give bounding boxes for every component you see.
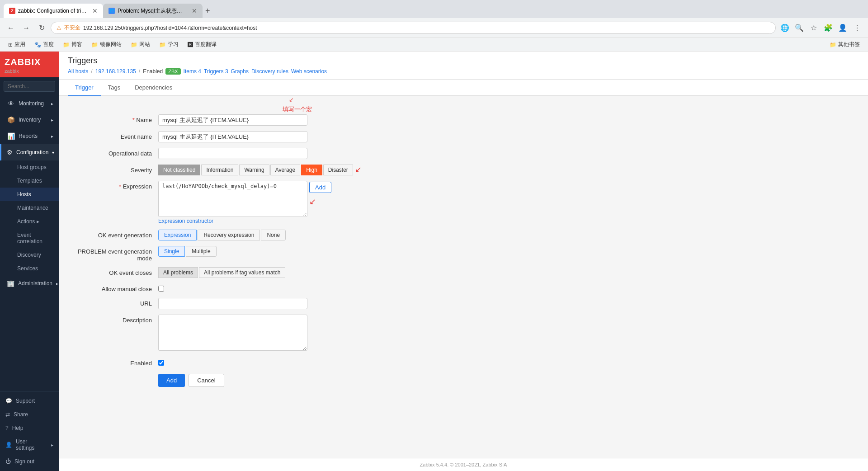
enabled-control [158, 358, 164, 366]
form-row-expression: Expression last(/HoYAPOOb/check_mysql_de… [68, 181, 859, 224]
breadcrumb-all-hosts[interactable]: All hosts [68, 68, 88, 75]
ok-event-gen-none[interactable]: None [261, 230, 286, 240]
sidebar-sub-discovery[interactable]: Discovery [0, 248, 59, 262]
severity-high[interactable]: High [301, 165, 322, 175]
breadcrumb-sep-1: / [91, 68, 92, 75]
severity-disaster[interactable]: Disaster [323, 165, 353, 175]
support-icon: 💬 [5, 398, 12, 404]
app-body: ZABBIX zabbix 👁 Monitoring ▸ 📦 Inventory… [0, 52, 868, 471]
tab-trigger[interactable]: Trigger [68, 80, 101, 96]
severity-average[interactable]: Average [270, 165, 300, 175]
sidebar-footer-help[interactable]: ? Help [0, 421, 59, 435]
problem-event-single[interactable]: Single [158, 246, 185, 257]
search-icon[interactable]: 🔍 [793, 22, 806, 34]
breadcrumb-web-scenarios[interactable]: Web scenarios [291, 68, 327, 75]
allow-manual-close-checkbox[interactable] [158, 286, 164, 292]
extensions-icon[interactable]: 🧩 [822, 22, 835, 34]
tab1-close[interactable]: ✕ [92, 7, 98, 14]
severity-not-classified[interactable]: Not classified [158, 165, 200, 175]
bookmark-baidu[interactable]: 🐾 百度 [31, 40, 57, 49]
bookmark-study[interactable]: 📁 学习 [156, 40, 182, 49]
operational-data-input[interactable] [158, 148, 307, 159]
url-control [158, 298, 330, 309]
sign-out-icon: ⏻ [5, 458, 11, 465]
bookmark-blog[interactable]: 📁 博客 [59, 40, 86, 49]
bookmark-mirror[interactable]: 📁 镜像网站 [88, 40, 125, 49]
sidebar-logo[interactable]: ZABBIX zabbix [0, 52, 59, 77]
translate-icon[interactable]: 🌐 [778, 22, 791, 34]
back-button[interactable]: ← [5, 22, 17, 34]
operational-data-control [158, 148, 330, 159]
ok-closes-all-problems[interactable]: All problems [158, 267, 198, 278]
problem-event-multiple[interactable]: Multiple [186, 246, 216, 257]
menu-icon[interactable]: ⋮ [851, 22, 863, 34]
sidebar-footer-sign-out[interactable]: ⏻ Sign out [0, 455, 59, 468]
breadcrumb-discovery-rules[interactable]: Discovery rules [251, 68, 288, 75]
address-text: 192.168.129.250/triggers.php?hostid=1044… [83, 25, 770, 31]
expression-label: Expression [68, 181, 158, 190]
ok-closes-tag-values[interactable]: All problems if tag values match [199, 267, 285, 278]
sidebar-sub-hosts[interactable]: Hosts [0, 188, 59, 201]
form-row-description: Description [68, 315, 859, 352]
expression-constructor-link[interactable]: Expression constructor [158, 218, 331, 224]
form-cancel-button[interactable]: Cancel [189, 374, 224, 387]
sidebar-sub-actions[interactable]: Actions ▸ [0, 215, 59, 228]
sidebar-item-administration[interactable]: 🏢 Administration ▸ [0, 275, 59, 292]
ok-event-gen-recovery[interactable]: Recovery expression [198, 230, 260, 240]
reload-button[interactable]: ↻ [35, 22, 48, 34]
tab-tags[interactable]: Tags [101, 80, 127, 96]
administration-arrow-icon: ▸ [56, 281, 58, 286]
breadcrumb-items[interactable]: Items 4 [184, 68, 201, 75]
sidebar-search-input[interactable] [4, 81, 55, 92]
insecure-label: 不安全 [64, 24, 80, 32]
expression-textarea[interactable]: last(/HoYAPOOb/check_mysql_delay)=0 [158, 181, 307, 217]
browser-tab-1[interactable]: Z zabbix: Configuration of trigg... ✕ [4, 4, 103, 18]
ok-event-generation-group: Expression Recovery expression None [158, 230, 286, 240]
sidebar-item-inventory[interactable]: 📦 Inventory ▸ [0, 112, 59, 128]
sidebar-item-reports[interactable]: 📊 Reports ▸ [0, 128, 59, 144]
sidebar-sub-maintenance[interactable]: Maintenance [0, 201, 59, 215]
sidebar-sub-templates[interactable]: Templates [0, 174, 59, 188]
sidebar-item-label-administration: Administration [18, 280, 52, 287]
tab2-close[interactable]: ✕ [192, 7, 197, 14]
sidebar-footer-user-settings[interactable]: 👤 User settings ▸ [0, 435, 59, 455]
sidebar-username: zabbix [5, 67, 54, 74]
address-bar[interactable]: ⚠ 不安全 192.168.129.250/triggers.php?hosti… [51, 22, 776, 34]
ok-event-gen-expression[interactable]: Expression [158, 230, 197, 240]
form-add-button[interactable]: Add [158, 374, 185, 387]
sidebar-sub-services[interactable]: Services [0, 262, 59, 275]
sidebar: ZABBIX zabbix 👁 Monitoring ▸ 📦 Inventory… [0, 52, 59, 471]
name-input[interactable] [158, 114, 307, 126]
event-name-input[interactable] [158, 131, 307, 142]
bookmark-others[interactable]: 📁 其他书签 [826, 40, 863, 49]
sidebar-footer-share[interactable]: ⇄ Share [0, 408, 59, 421]
sidebar-item-configuration[interactable]: ⚙ Configuration ▾ [0, 144, 59, 160]
browser-tab-2[interactable]: 🌐 Problem: Mysql主从状态异常 ... ✕ [103, 4, 203, 18]
breadcrumb-host-ip[interactable]: 192.168.129.135 [95, 68, 136, 75]
url-input[interactable] [158, 298, 307, 309]
description-textarea[interactable] [158, 315, 307, 351]
severity-label: Severity [68, 165, 158, 174]
enabled-checkbox[interactable] [158, 360, 164, 366]
sidebar-sub-host-groups[interactable]: Host groups [0, 160, 59, 174]
operational-data-label: Operational data [68, 148, 158, 157]
new-tab-button[interactable]: + [205, 6, 210, 16]
bookmark-icon[interactable]: ☆ [807, 22, 820, 34]
tab-dependencies[interactable]: Dependencies [127, 80, 179, 96]
breadcrumb-graphs[interactable]: Graphs [231, 68, 249, 75]
form-row-name: Name [68, 114, 859, 126]
sidebar-footer-support[interactable]: 💬 Support [0, 394, 59, 408]
sidebar-sub-event-correlation[interactable]: Event correlation [0, 228, 59, 248]
breadcrumb-triggers[interactable]: Triggers 3 [204, 68, 228, 75]
profile-icon[interactable]: 👤 [836, 22, 849, 34]
severity-warning[interactable]: Warning [239, 165, 269, 175]
forward-button[interactable]: → [20, 22, 33, 34]
sidebar-item-monitoring[interactable]: 👁 Monitoring ▸ [0, 95, 59, 112]
sign-out-label: Sign out [14, 458, 34, 465]
severity-information[interactable]: Information [201, 165, 238, 175]
bookmark-website[interactable]: 📁 网站 [127, 40, 154, 49]
annotation-text: 填写一个宏 [283, 105, 312, 113]
bookmark-translate[interactable]: 🅱 百度翻译 [184, 40, 220, 49]
expression-add-button[interactable]: Add [309, 182, 331, 193]
bookmark-apps[interactable]: ⊞ 应用 [5, 40, 29, 49]
